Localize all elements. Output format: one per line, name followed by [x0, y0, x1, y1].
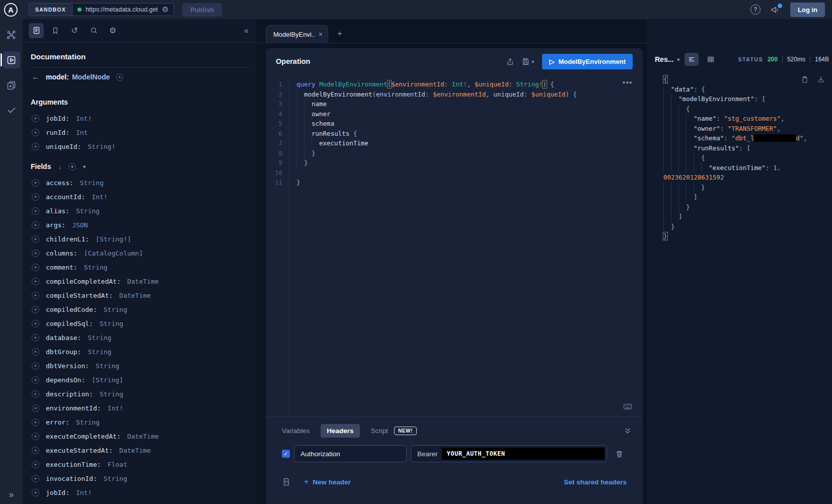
- add-to-query-icon[interactable]: +: [32, 292, 39, 299]
- field-type[interactable]: String: [100, 320, 123, 327]
- field-item[interactable]: +childrenL1:[String!]: [31, 232, 249, 246]
- add-to-query-icon[interactable]: +: [32, 264, 39, 271]
- add-to-query-icon[interactable]: +: [32, 249, 39, 257]
- table-view-toggle-icon[interactable]: [704, 53, 718, 66]
- search-icon[interactable]: [86, 23, 101, 38]
- add-to-query-icon[interactable]: +: [32, 143, 39, 150]
- field-item[interactable]: +alias:String: [31, 204, 249, 218]
- expand-rail-icon[interactable]: »: [0, 489, 23, 500]
- save-options-chevron-icon[interactable]: ▾: [532, 59, 534, 64]
- new-header-button[interactable]: + New header: [304, 477, 351, 486]
- add-to-query-icon[interactable]: +: [32, 235, 39, 243]
- field-type[interactable]: String: [76, 418, 100, 426]
- field-type[interactable]: Int: [76, 129, 88, 136]
- header-enabled-checkbox[interactable]: ✓: [282, 450, 290, 458]
- response-dropdown[interactable]: Res... ▾: [655, 55, 679, 63]
- field-item[interactable]: +compiledCode:String: [31, 302, 249, 316]
- download-response-icon[interactable]: [817, 75, 825, 83]
- field-type[interactable]: Float: [108, 461, 127, 468]
- save-operation-icon[interactable]: ▾: [521, 57, 534, 66]
- field-item[interactable]: +args:JSON: [31, 218, 249, 232]
- field-item[interactable]: +executeStartedAt:DateTime: [31, 443, 249, 457]
- share-operation-icon[interactable]: [506, 57, 514, 66]
- add-to-query-icon[interactable]: +: [32, 193, 39, 201]
- field-type[interactable]: String!: [88, 143, 115, 150]
- add-to-query-icon[interactable]: +: [32, 433, 39, 440]
- apollo-logo[interactable]: A: [4, 3, 18, 17]
- field-item[interactable]: +comment:String: [31, 260, 249, 274]
- add-to-query-icon[interactable]: +: [32, 376, 39, 384]
- help-icon[interactable]: ?: [750, 5, 761, 15]
- copy-response-icon[interactable]: [801, 75, 809, 83]
- field-item[interactable]: +dbtGroup:String: [31, 345, 249, 359]
- field-type[interactable]: String: [104, 306, 127, 313]
- tab-variables[interactable]: Variables: [282, 427, 310, 435]
- new-tab-icon[interactable]: +: [337, 29, 342, 39]
- field-type[interactable]: Int!: [76, 115, 92, 122]
- field-type[interactable]: Int!: [92, 193, 107, 201]
- add-to-query-icon[interactable]: +: [32, 404, 39, 412]
- field-type[interactable]: DateTime: [127, 278, 159, 285]
- header-key-input[interactable]: Authorization: [294, 445, 407, 462]
- add-to-query-icon[interactable]: +: [32, 362, 39, 370]
- argument-item[interactable]: +jobId:Int!: [31, 111, 249, 125]
- add-to-query-icon[interactable]: +: [32, 306, 39, 313]
- fields-options-chevron-icon[interactable]: ▾: [83, 164, 86, 170]
- add-to-query-icon[interactable]: +: [32, 320, 39, 327]
- add-to-query-icon[interactable]: +: [32, 447, 39, 454]
- add-to-query-icon[interactable]: +: [32, 207, 39, 215]
- tab-headers[interactable]: Headers: [321, 424, 359, 438]
- field-type[interactable]: String: [88, 348, 111, 356]
- bookmark-icon[interactable]: [48, 23, 63, 38]
- add-to-query-icon[interactable]: +: [32, 489, 39, 496]
- field-item[interactable]: +invocationId:String: [31, 471, 249, 485]
- add-to-query-icon[interactable]: +: [32, 278, 39, 285]
- add-to-query-icon[interactable]: +: [32, 418, 39, 426]
- collapse-panel-icon[interactable]: [624, 427, 632, 435]
- field-item[interactable]: +description:String: [31, 387, 249, 401]
- tab-script[interactable]: Script: [371, 427, 389, 435]
- add-to-query-icon[interactable]: +: [32, 390, 39, 398]
- documentation-tab-icon[interactable]: [29, 23, 44, 38]
- field-item[interactable]: +jobId:Int!: [31, 485, 249, 499]
- connection-settings-icon[interactable]: ⚙: [162, 5, 169, 14]
- add-to-query-icon[interactable]: +: [32, 115, 39, 122]
- raw-view-toggle-icon[interactable]: [685, 53, 699, 66]
- history-icon[interactable]: ↺: [67, 23, 82, 38]
- field-type[interactable]: String: [100, 390, 123, 398]
- field-item[interactable]: +compiledSql:String: [31, 316, 249, 330]
- field-type[interactable]: String: [104, 475, 127, 482]
- argument-item[interactable]: +runId:Int: [31, 125, 249, 139]
- announcements-icon[interactable]: [771, 5, 780, 15]
- field-item[interactable]: +error:String: [31, 415, 249, 429]
- publish-button[interactable]: Publish: [182, 3, 222, 17]
- field-item[interactable]: +dbtVersion:String: [31, 359, 249, 373]
- add-all-fields-icon[interactable]: +: [68, 163, 76, 171]
- add-to-query-icon[interactable]: +: [32, 221, 39, 229]
- field-item[interactable]: +access:String: [31, 176, 249, 190]
- field-type[interactable]: [String]: [92, 376, 123, 384]
- field-type[interactable]: String: [96, 362, 119, 370]
- field-type[interactable]: String: [76, 207, 100, 215]
- field-item[interactable]: +executeCompletedAt:DateTime: [31, 429, 249, 443]
- field-item[interactable]: +accountId:Int!: [31, 190, 249, 204]
- add-to-query-icon[interactable]: +: [32, 475, 39, 482]
- model-type-link[interactable]: ModelNode: [72, 73, 110, 81]
- collections-icon[interactable]: [3, 76, 20, 94]
- field-type[interactable]: [CatalogColumn]: [84, 249, 143, 257]
- close-tab-icon[interactable]: ×: [319, 30, 323, 38]
- add-model-icon[interactable]: +: [116, 73, 123, 81]
- field-type[interactable]: DateTime: [127, 433, 159, 440]
- add-to-query-icon[interactable]: +: [32, 461, 39, 468]
- operation-tab[interactable]: ModelByEnvi... ×: [266, 25, 328, 43]
- delete-header-icon[interactable]: [615, 450, 624, 458]
- field-type[interactable]: String: [84, 264, 108, 271]
- add-to-query-icon[interactable]: +: [32, 348, 39, 356]
- collapse-docs-icon[interactable]: «: [244, 26, 249, 35]
- keyboard-shortcuts-icon[interactable]: [623, 401, 633, 411]
- field-type[interactable]: [String!]: [96, 235, 131, 243]
- field-item[interactable]: +dependsOn:[String]: [31, 373, 249, 387]
- back-icon[interactable]: ←: [32, 72, 40, 81]
- field-type[interactable]: DateTime: [119, 292, 151, 299]
- environment-variables-icon[interactable]: [282, 477, 291, 486]
